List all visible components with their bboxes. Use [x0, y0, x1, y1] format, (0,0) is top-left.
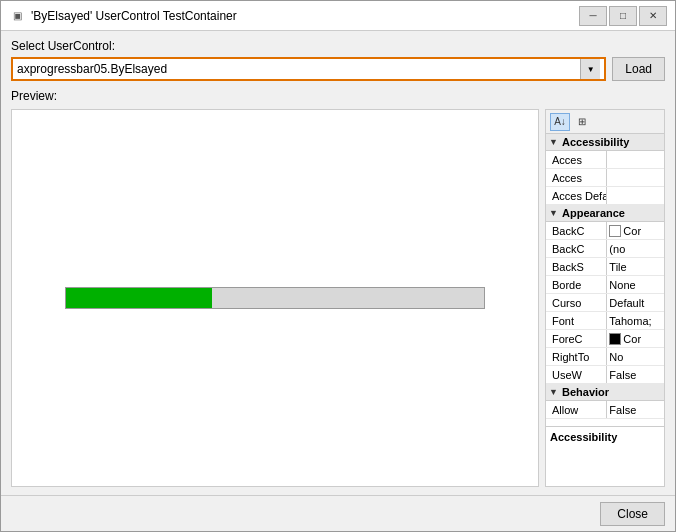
properties-panel: A↓ ⊞ ▼ Accessibility Acces Acces: [545, 109, 665, 487]
prop-row-backs[interactable]: BackS Tile: [546, 258, 664, 276]
expand-icon-appearance: ▼: [549, 208, 558, 218]
prop-name-borde: Borde: [546, 276, 607, 293]
prop-name-usew: UseW: [546, 366, 607, 383]
prop-value-acces1: [607, 151, 664, 168]
prop-name-acces2: Acces: [546, 169, 607, 186]
prop-value-forec: Cor: [607, 330, 664, 347]
prop-value-curso: Default: [607, 294, 664, 311]
expand-icon-behavior: ▼: [549, 387, 558, 397]
maximize-button[interactable]: □: [609, 6, 637, 26]
main-area: A↓ ⊞ ▼ Accessibility Acces Acces: [11, 109, 665, 487]
prop-row-font[interactable]: Font Tahoma;: [546, 312, 664, 330]
swatch-white: [609, 225, 621, 237]
title-bar: ▣ 'ByElsayed' UserControl TestContainer …: [1, 1, 675, 31]
prop-name-acces-default: Acces Default: [546, 187, 607, 204]
prop-name-backc2: BackC: [546, 240, 607, 257]
properties-description: Accessibility: [546, 426, 664, 486]
preview-label: Preview:: [11, 89, 665, 103]
prop-value-acces2: [607, 169, 664, 186]
prop-row-rightto[interactable]: RightTo No: [546, 348, 664, 366]
prop-value-borde: None: [607, 276, 664, 293]
prop-name-allow: Allow: [546, 401, 607, 418]
prop-row-usew[interactable]: UseW False: [546, 366, 664, 384]
prop-name-forec: ForeC: [546, 330, 607, 347]
prop-value-acces-default: [607, 187, 664, 204]
prop-name-backc1: BackC: [546, 222, 607, 239]
prop-value-allow: False: [607, 401, 664, 418]
prop-row-backc2[interactable]: BackC (no: [546, 240, 664, 258]
usercontrol-combobox[interactable]: axprogressbar05.ByElsayed ▼: [11, 57, 606, 81]
prop-value-backc2: (no: [607, 240, 664, 257]
content-area: Select UserControl: axprogressbar05.ByEl…: [1, 31, 675, 495]
prop-row-acces1[interactable]: Acces: [546, 151, 664, 169]
combobox-value: axprogressbar05.ByElsayed: [17, 62, 580, 76]
window-controls: ─ □ ✕: [579, 6, 667, 26]
preview-panel: [11, 109, 539, 487]
window-title: 'ByElsayed' UserControl TestContainer: [31, 9, 579, 23]
minimize-button[interactable]: ─: [579, 6, 607, 26]
prop-row-acces2[interactable]: Acces: [546, 169, 664, 187]
progress-bar-container: [65, 287, 485, 309]
window-icon: ▣: [9, 8, 25, 24]
prop-name-acces1: Acces: [546, 151, 607, 168]
prop-value-font: Tahoma;: [607, 312, 664, 329]
section-accessibility[interactable]: ▼ Accessibility: [546, 134, 664, 151]
close-dialog-button[interactable]: Close: [600, 502, 665, 526]
prop-row-acces-default[interactable]: Acces Default: [546, 187, 664, 205]
properties-toolbar: A↓ ⊞: [546, 110, 664, 134]
load-button[interactable]: Load: [612, 57, 665, 81]
window-close-button[interactable]: ✕: [639, 6, 667, 26]
select-label: Select UserControl:: [11, 39, 665, 53]
prop-value-usew: False: [607, 366, 664, 383]
prop-name-font: Font: [546, 312, 607, 329]
grid-view-button[interactable]: ⊞: [572, 113, 592, 131]
prop-value-backs: Tile: [607, 258, 664, 275]
prop-name-rightto: RightTo: [546, 348, 607, 365]
prop-value-rightto: No: [607, 348, 664, 365]
prop-row-forec[interactable]: ForeC Cor: [546, 330, 664, 348]
combobox-arrow[interactable]: ▼: [580, 59, 600, 79]
prop-row-curso[interactable]: Curso Default: [546, 294, 664, 312]
prop-name-backs: BackS: [546, 258, 607, 275]
progress-bar-fill: [66, 288, 212, 308]
expand-icon: ▼: [549, 137, 558, 147]
main-window: ▣ 'ByElsayed' UserControl TestContainer …: [0, 0, 676, 532]
az-sort-button[interactable]: A↓: [550, 113, 570, 131]
prop-row-borde[interactable]: Borde None: [546, 276, 664, 294]
prop-name-curso: Curso: [546, 294, 607, 311]
bottom-bar: Close: [1, 495, 675, 531]
prop-row-backc1[interactable]: BackC Cor: [546, 222, 664, 240]
prop-value-backc1: Cor: [607, 222, 664, 239]
section-behavior[interactable]: ▼ Behavior: [546, 384, 664, 401]
section-appearance[interactable]: ▼ Appearance: [546, 205, 664, 222]
swatch-black: [609, 333, 621, 345]
prop-row-allow[interactable]: Allow False: [546, 401, 664, 419]
properties-list[interactable]: ▼ Accessibility Acces Acces Acces Defaul…: [546, 134, 664, 426]
select-row: axprogressbar05.ByElsayed ▼ Load: [11, 57, 665, 81]
